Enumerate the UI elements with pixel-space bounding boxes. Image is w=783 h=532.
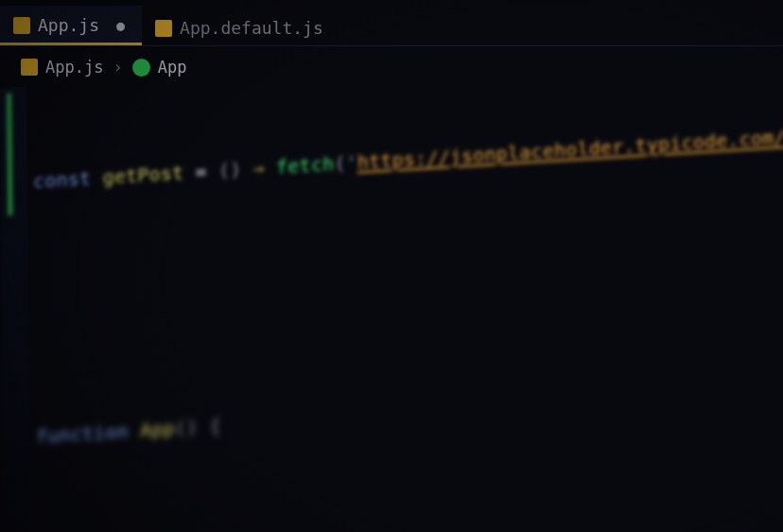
close-icon[interactable]: ● <box>116 17 125 34</box>
git-change-indicator <box>7 93 12 215</box>
blank-line <box>34 236 783 309</box>
chevron-right-icon: › <box>113 58 122 77</box>
js-file-icon <box>13 17 30 34</box>
code-line: const getPost = () ⇒ fetch('https://json… <box>33 123 783 196</box>
code-line: const [post, updatePosts] = useState(nul… <box>37 520 783 532</box>
tab-bar: App.js ● App.default.js <box>0 0 783 45</box>
code-editor[interactable]: const getPost = () ⇒ fetch('https://json… <box>0 42 783 532</box>
tab-app-default-js[interactable]: App.default.js <box>142 9 340 45</box>
code-lines: const getPost = () ⇒ fetch('https://json… <box>32 38 783 532</box>
breadcrumb-file-label: App.js <box>45 58 103 77</box>
tab-label: App.default.js <box>180 18 323 38</box>
js-file-icon <box>155 20 172 37</box>
tab-label: App.js <box>38 15 99 35</box>
tab-app-js[interactable]: App.js ● <box>0 6 142 45</box>
breadcrumb-file[interactable]: App.js <box>21 58 103 77</box>
editor-gutter <box>0 86 31 531</box>
code-line: function App() { <box>36 378 783 451</box>
function-icon <box>132 59 150 77</box>
js-file-icon <box>21 59 38 76</box>
